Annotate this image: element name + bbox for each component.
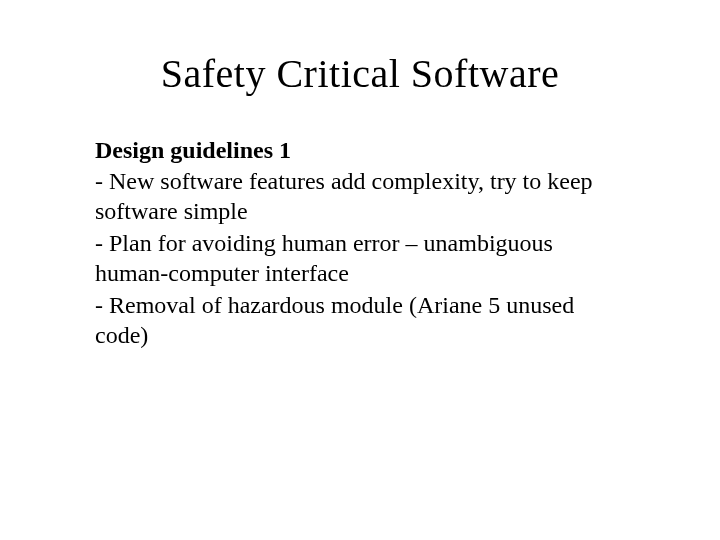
slide-subtitle: Design guidelines 1 bbox=[95, 137, 625, 164]
bullet-item: - Removal of hazardous module (Ariane 5 … bbox=[95, 290, 625, 350]
bullet-item: - Plan for avoiding human error – unambi… bbox=[95, 228, 625, 288]
slide-title: Safety Critical Software bbox=[95, 50, 625, 97]
bullet-item: - New software features add complexity, … bbox=[95, 166, 625, 226]
